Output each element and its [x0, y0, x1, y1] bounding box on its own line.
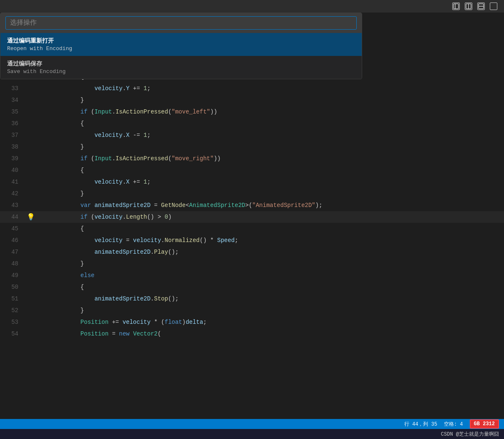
line-number: 41 [0, 179, 25, 185]
line-number: 51 [0, 295, 25, 302]
line-number: 39 [0, 155, 25, 162]
table-row: 42 } [0, 188, 504, 199]
line-content: Position += velocity * (float)delta; [37, 316, 207, 328]
line-number: 54 [0, 331, 25, 337]
line-number: 46 [0, 237, 25, 244]
line-content: animatedSprite2D.Play(); [37, 246, 179, 258]
line-content: } [37, 188, 84, 199]
table-row: 44 💡 if (velocity.Length() > 0) [0, 211, 504, 223]
line-content: { [37, 164, 84, 176]
line-number: 36 [0, 120, 25, 127]
line-gutter: 💡 [25, 213, 37, 221]
table-row: 47 animatedSprite2D.Play(); [0, 246, 504, 258]
line-number: 50 [0, 284, 25, 290]
line-content: if (velocity.Length() > 0) [37, 211, 171, 223]
line-number: 49 [0, 272, 25, 279]
svg-rect-0 [454, 4, 459, 9]
status-encoding[interactable]: GB 2312 [470, 419, 499, 429]
line-number: 52 [0, 307, 25, 314]
grid-layout-icon[interactable] [490, 3, 497, 10]
line-number: 44 [0, 214, 25, 220]
line-content: } [37, 305, 84, 316]
line-content: } [37, 141, 84, 153]
command-item-save[interactable]: 通过编码保存 Save with Encoding [0, 56, 362, 79]
line-number: 53 [0, 319, 25, 325]
line-content: if (Input.IsActionPressed("move_left")) [37, 106, 217, 118]
line-content: } [37, 94, 84, 106]
line-number: 37 [0, 132, 25, 139]
line-content: if (Input.IsActionPressed("move_right")) [37, 153, 221, 164]
line-number: 40 [0, 167, 25, 174]
line-content: Position = new Vector2( [37, 328, 161, 340]
command-item-en-save: Save with Encoding [7, 68, 355, 75]
line-content: velocity.X -= 1; [37, 129, 151, 141]
table-row: 50 { [0, 281, 504, 293]
command-item-reopen[interactable]: 通过编码重新打开 Reopen with Encoding [0, 33, 362, 56]
table-row: 49 else [0, 270, 504, 281]
table-row: 38 } [0, 141, 504, 153]
line-number: 35 [0, 108, 25, 115]
table-row: 40 { [0, 164, 504, 176]
table-row: 52 } [0, 305, 504, 316]
status-line-col: 行 44，列 35 [404, 421, 437, 428]
table-row: 54 Position = new Vector2( [0, 328, 504, 340]
table-row: 35 if (Input.IsActionPressed("move_left"… [0, 106, 504, 118]
line-number: 33 [0, 85, 25, 92]
top-bar [0, 0, 504, 13]
line-content: { [37, 281, 84, 293]
status-spaces: 空格: 4 [444, 421, 463, 428]
table-row: 48 } [0, 258, 504, 270]
line-content: { [37, 223, 84, 235]
command-search-input[interactable] [5, 16, 357, 30]
line-number: 34 [0, 97, 25, 103]
line-number: 43 [0, 202, 25, 209]
table-row: 33 velocity.Y += 1; [0, 83, 504, 94]
lightbulb-icon[interactable]: 💡 [27, 213, 35, 221]
line-content: velocity.X += 1; [37, 176, 151, 188]
table-row: 46 velocity = velocity.Normalized() * Sp… [0, 235, 504, 246]
table-row: 39 if (Input.IsActionPressed("move_right… [0, 153, 504, 164]
line-number: 47 [0, 249, 25, 255]
table-row: 41 velocity.X += 1; [0, 176, 504, 188]
command-list: 通过编码重新打开 Reopen with Encoding 通过编码保存 Sav… [0, 33, 362, 79]
line-number: 42 [0, 190, 25, 197]
line-content: animatedSprite2D.Stop(); [37, 293, 179, 305]
table-row: 53 Position += velocity * (float)delta; [0, 316, 504, 328]
table-row: 37 velocity.X -= 1; [0, 129, 504, 141]
split-editor-vertical-icon[interactable] [477, 3, 485, 10]
line-content: velocity = velocity.Normalized() * Speed… [37, 235, 238, 246]
table-row: 43 var animatedSprite2D = GetNode<Animat… [0, 199, 504, 211]
line-content: } [37, 258, 84, 270]
footer: CSDN @芝士就是力量啊囧 [0, 429, 504, 439]
table-row: 51 animatedSprite2D.Stop(); [0, 293, 504, 305]
command-item-zh-reopen: 通过编码重新打开 [7, 37, 355, 45]
panel-left-icon[interactable] [452, 3, 460, 10]
line-number: 38 [0, 144, 25, 150]
command-input-wrapper [0, 13, 362, 33]
footer-text: CSDN @芝士就是力量啊囧 [441, 431, 499, 438]
line-content: var animatedSprite2D = GetNode<AnimatedS… [37, 199, 323, 211]
status-bar: 行 44，列 35 空格: 4 GB 2312 [0, 419, 504, 429]
command-item-en-reopen: Reopen with Encoding [7, 45, 355, 52]
line-content: { [37, 118, 84, 129]
table-row: 45 { [0, 223, 504, 235]
split-editor-horizontal-icon[interactable] [465, 3, 472, 10]
line-content: else [37, 270, 94, 281]
line-content: velocity.Y += 1; [37, 83, 151, 94]
command-palette: 通过编码重新打开 Reopen with Encoding 通过编码保存 Sav… [0, 13, 362, 79]
table-row: 34 } [0, 94, 504, 106]
line-number: 48 [0, 260, 25, 267]
table-row: 36 { [0, 118, 504, 129]
command-item-zh-save: 通过编码保存 [7, 60, 355, 68]
line-number: 45 [0, 225, 25, 232]
